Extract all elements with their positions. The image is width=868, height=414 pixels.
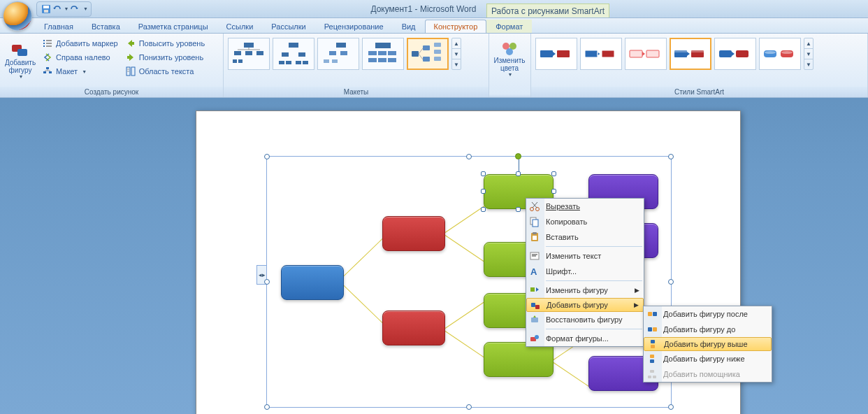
ribbon-tabs: Главная Вставка Разметка страницы Ссылки… [0, 18, 868, 34]
tab-format[interactable]: Формат [486, 20, 532, 33]
submenu-add-assistant: Добавить помощника [644, 366, 772, 382]
menu-change-shape[interactable]: Изменить фигуру ▶ [526, 283, 644, 298]
tab-home[interactable]: Главная [35, 20, 82, 33]
resize-handle[interactable] [481, 207, 486, 212]
svg-rect-35 [336, 43, 346, 48]
svg-line-54 [419, 54, 423, 59]
menu-format-shape[interactable]: Формат фигуры... [526, 331, 644, 346]
svg-rect-45 [378, 58, 386, 62]
style-thumb-3[interactable] [625, 38, 667, 70]
frame-handle[interactable] [466, 404, 472, 410]
menu-font[interactable]: A Шрифт... [526, 264, 644, 279]
layout-thumb-4[interactable] [362, 38, 404, 70]
submenu-add-above[interactable]: Добавить фигуру выше [644, 337, 772, 351]
group-label-layouts: Макеты [224, 87, 489, 97]
svg-rect-102 [648, 376, 651, 378]
svg-rect-59 [557, 50, 570, 57]
svg-rect-17 [131, 67, 135, 76]
svg-rect-25 [238, 59, 243, 63]
frame-handle[interactable] [264, 404, 270, 410]
menu-add-shape[interactable]: Добавить фигуру ▶ [526, 298, 644, 312]
svg-rect-67 [691, 50, 704, 52]
style-thumb-2[interactable] [580, 38, 622, 70]
frame-handle[interactable] [668, 154, 674, 159]
tab-view[interactable]: Вид [393, 20, 425, 33]
menu-cut[interactable]: Вырезать [526, 199, 644, 214]
svg-rect-58 [540, 50, 553, 57]
layout-thumb-1[interactable] [228, 38, 270, 70]
svg-rect-93 [648, 312, 652, 316]
smartart-node[interactable] [281, 265, 344, 300]
menu-paste[interactable]: Вставить [526, 229, 644, 245]
resize-handle[interactable] [481, 189, 486, 194]
frame-handle[interactable] [264, 279, 270, 285]
frame-handle[interactable] [668, 404, 674, 410]
svg-rect-99 [650, 355, 654, 358]
tab-design[interactable]: Конструктор [425, 20, 487, 33]
svg-rect-8 [46, 43, 52, 44]
resize-handle[interactable] [481, 171, 486, 176]
frame-handle[interactable] [668, 279, 674, 285]
layout-button[interactable]: Макет▼ [39, 64, 121, 78]
svg-rect-81 [533, 232, 537, 234]
qat-customize[interactable]: ▼ [83, 6, 88, 11]
smartart-node[interactable] [382, 310, 445, 345]
tab-page-layout[interactable]: Разметка страницы [129, 20, 217, 33]
style-thumb-5[interactable] [714, 38, 756, 70]
office-button[interactable] [3, 1, 32, 31]
frame-handle[interactable] [264, 154, 270, 159]
promote-button[interactable]: Повысить уровень [122, 36, 208, 50]
resize-handle[interactable] [516, 171, 521, 176]
submenu-add-before[interactable]: Добавить фигуру до [644, 322, 772, 337]
right-to-left-button[interactable]: Справа налево [39, 50, 121, 64]
menu-edit-text[interactable]: Изменить текст [526, 248, 644, 264]
change-colors-button[interactable]: Изменить цвета▼ [492, 36, 527, 83]
style-thumb-4[interactable] [670, 38, 711, 70]
submenu-arrow-icon: ▶ [634, 301, 639, 308]
demote-button[interactable]: Понизить уровень [122, 50, 208, 64]
menu-copy[interactable]: Копировать [526, 214, 644, 229]
frame-handle[interactable] [466, 154, 472, 159]
svg-rect-49 [423, 57, 430, 62]
resize-handle[interactable] [551, 171, 556, 176]
qat-redo-button[interactable] [68, 3, 80, 15]
svg-point-72 [765, 51, 776, 54]
rotate-handle[interactable] [515, 153, 521, 159]
svg-rect-22 [245, 51, 252, 55]
resize-handle[interactable] [516, 207, 521, 212]
svg-rect-1 [43, 6, 49, 8]
tab-mailings[interactable]: Рассылки [262, 20, 314, 33]
svg-point-75 [536, 208, 540, 211]
demote-label: Понизить уровень [139, 53, 204, 62]
svg-rect-82 [533, 236, 537, 240]
tab-review[interactable]: Рецензирование [315, 20, 393, 33]
qat-undo-button[interactable]: ▼ [54, 3, 66, 15]
resize-handle[interactable] [551, 189, 556, 194]
svg-rect-33 [296, 61, 301, 64]
smartart-node[interactable] [484, 342, 554, 377]
layouts-scroll[interactable]: ▲▼▼ [451, 38, 461, 70]
tab-references[interactable]: Ссылки [217, 20, 263, 33]
submenu-add-below[interactable]: Добавить фигуру ниже [644, 351, 772, 366]
layout-thumb-5[interactable] [407, 38, 449, 70]
tab-insert[interactable]: Вставка [82, 20, 129, 33]
smartart-node[interactable] [382, 216, 445, 251]
svg-rect-66 [674, 50, 687, 52]
layout-thumb-3[interactable] [317, 38, 359, 70]
context-submenu: Добавить фигуру после Добавить фигуру до… [643, 306, 772, 383]
qat-save-button[interactable] [40, 3, 52, 15]
layout-thumb-2[interactable] [273, 38, 314, 70]
svg-rect-37 [340, 51, 347, 55]
add-bullet-button[interactable]: Добавить маркер [39, 36, 121, 50]
svg-rect-13 [49, 71, 52, 73]
styles-scroll[interactable]: ▲▼▼ [804, 38, 813, 70]
style-thumb-1[interactable] [535, 38, 577, 70]
menu-reset-shape[interactable]: Восстановить фигуру [526, 312, 644, 327]
style-thumb-6[interactable] [759, 38, 801, 70]
group-label-styles: Стили SmartArt [531, 87, 867, 97]
submenu-add-after[interactable]: Добавить фигуру после [644, 306, 772, 322]
ribbon-group-layouts: ▲▼▼ Макеты [224, 34, 489, 97]
submenu-arrow-icon: ▶ [635, 287, 639, 294]
add-shape-button[interactable]: Добавить фигуру▼ [3, 36, 38, 83]
text-pane-button[interactable]: Область текста [122, 64, 208, 78]
